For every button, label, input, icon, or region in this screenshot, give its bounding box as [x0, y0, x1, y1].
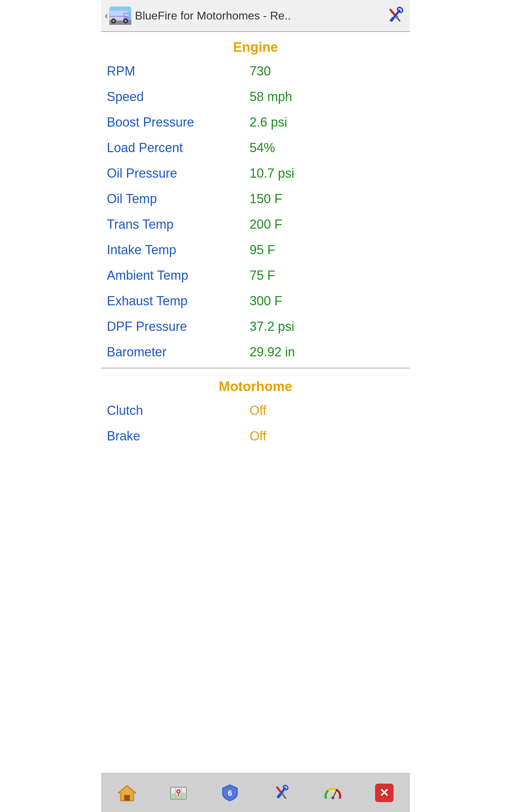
rv-icon: [109, 6, 131, 25]
brake-label: Brake: [107, 429, 249, 444]
svg-rect-5: [116, 12, 120, 15]
tools-nav-icon: [272, 784, 291, 802]
svg-point-10: [125, 20, 127, 22]
table-row: Exhaust Temp 300 F: [105, 288, 406, 314]
boost-pressure-value: 2.6 psi: [249, 115, 404, 130]
oil-pressure-value: 10.7 psi: [249, 166, 404, 181]
trans-temp-value: 200 F: [249, 217, 404, 232]
intake-temp-label: Intake Temp: [107, 243, 249, 257]
table-row: Trans Temp 200 F: [105, 212, 406, 237]
speed-value: 58 mph: [249, 89, 404, 104]
back-button[interactable]: ‹: [105, 10, 108, 21]
close-icon: ✕: [375, 784, 394, 802]
engine-data-section: RPM 730 Speed 58 mph Boost Pressure 2.6 …: [101, 59, 410, 365]
svg-point-35: [331, 796, 334, 799]
nav-tools-button[interactable]: [256, 776, 307, 809]
tools-icon: [385, 5, 406, 26]
settings-button[interactable]: [384, 5, 406, 27]
nav-map-button[interactable]: [153, 776, 204, 809]
app-icon: [109, 5, 131, 27]
dpf-pressure-label: DPF Pressure: [107, 319, 249, 334]
ambient-temp-label: Ambient Temp: [107, 268, 249, 283]
svg-rect-14: [397, 18, 401, 22]
svg-rect-30: [282, 794, 286, 799]
home-icon: [118, 784, 136, 801]
nav-close-button[interactable]: ✕: [358, 776, 410, 809]
table-row: Boost Pressure 2.6 psi: [105, 110, 406, 135]
load-percent-value: 54%: [249, 140, 404, 155]
motorhome-section-header: Motorhome: [101, 371, 410, 398]
svg-point-25: [177, 790, 180, 792]
section-divider: [101, 368, 410, 368]
clutch-label: Clutch: [107, 403, 249, 418]
nav-gauge-button[interactable]: [307, 776, 358, 809]
load-percent-label: Load Percent: [107, 140, 249, 155]
table-row: Speed 58 mph: [105, 84, 406, 110]
motorhome-data-section: Clutch Off Brake Off: [101, 398, 410, 449]
bottom-navigation: 6: [101, 773, 410, 812]
svg-point-8: [112, 20, 115, 22]
table-row: Ambient Temp 75 F: [105, 263, 406, 288]
table-row: Brake Off: [105, 423, 406, 449]
nav-home-button[interactable]: [101, 776, 153, 809]
gauge-icon: [323, 784, 343, 802]
clutch-value: Off: [249, 403, 404, 418]
table-row: Clutch Off: [105, 398, 406, 423]
app-header: ‹ BlueFire for Motorhomes - Re..: [101, 0, 410, 32]
exhaust-temp-value: 300 F: [249, 294, 404, 308]
main-content: Engine RPM 730 Speed 58 mph Boost Pressu…: [101, 32, 410, 491]
oil-temp-value: 150 F: [249, 191, 404, 206]
intake-temp-value: 95 F: [249, 243, 404, 257]
barometer-label: Barometer: [107, 345, 249, 360]
brake-value: Off: [249, 429, 404, 444]
nav-badge-button[interactable]: 6: [204, 776, 256, 809]
barometer-value: 29.92 in: [249, 345, 404, 360]
ambient-temp-value: 75 F: [249, 268, 404, 283]
table-row: Oil Temp 150 F: [105, 186, 406, 212]
trans-temp-label: Trans Temp: [107, 217, 249, 232]
table-row: DPF Pressure 37.2 psi: [105, 314, 406, 339]
map-icon: [169, 784, 188, 801]
badge-icon: 6: [221, 784, 239, 802]
boost-pressure-label: Boost Pressure: [107, 115, 249, 130]
table-row: Load Percent 54%: [105, 135, 406, 161]
table-row: Barometer 29.92 in: [105, 339, 406, 365]
svg-rect-20: [124, 795, 130, 801]
table-row: RPM 730: [105, 59, 406, 84]
rpm-label: RPM: [107, 64, 249, 79]
oil-temp-label: Oil Temp: [107, 191, 249, 206]
exhaust-temp-label: Exhaust Temp: [107, 294, 249, 308]
table-row: Oil Pressure 10.7 psi: [105, 161, 406, 186]
svg-rect-4: [111, 12, 115, 15]
dpf-pressure-value: 37.2 psi: [249, 319, 404, 334]
speed-label: Speed: [107, 89, 249, 104]
table-row: Intake Temp 95 F: [105, 237, 406, 263]
rpm-value: 730: [249, 64, 404, 79]
header-title: BlueFire for Motorhomes - Re..: [135, 9, 384, 22]
svg-text:6: 6: [227, 789, 232, 797]
oil-pressure-label: Oil Pressure: [107, 166, 249, 181]
engine-section-header: Engine: [101, 32, 410, 59]
